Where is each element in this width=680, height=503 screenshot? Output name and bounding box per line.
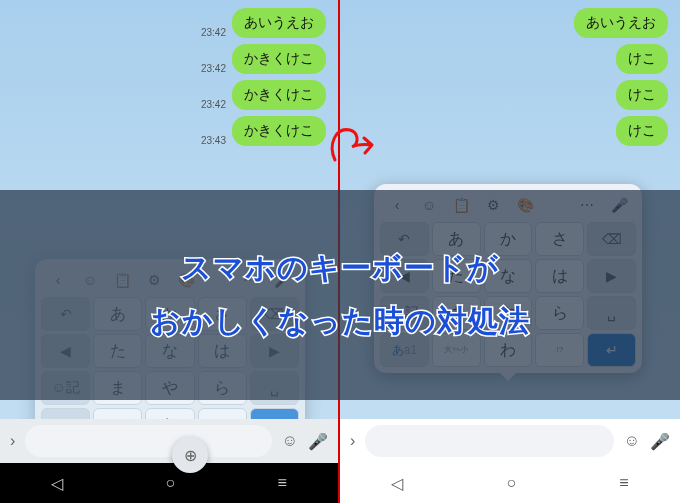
mic-icon[interactable]: 🎤 bbox=[308, 432, 328, 451]
nav-bar-left: ◁ ○ ≡ bbox=[0, 463, 338, 503]
timestamp: 23:43 bbox=[201, 135, 226, 146]
nav-home-icon[interactable]: ○ bbox=[506, 474, 516, 492]
nav-home-icon[interactable]: ○ bbox=[165, 474, 175, 492]
headline-line1: スマホのキーボードが bbox=[181, 248, 499, 289]
chat-message: 23:42かきくけこ bbox=[201, 44, 326, 74]
chat-message: けこ bbox=[616, 44, 668, 74]
keyboard-drag-handle-icon[interactable]: ⊕ bbox=[172, 437, 208, 473]
chat-message: あいうえお bbox=[574, 8, 668, 38]
nav-back-icon[interactable]: ◁ bbox=[51, 474, 63, 493]
bubble: けこ bbox=[616, 44, 668, 74]
bubble: あいうえお bbox=[574, 8, 668, 38]
text-input[interactable] bbox=[365, 425, 613, 457]
bubble: かきくけこ bbox=[232, 44, 326, 74]
timestamp: 23:42 bbox=[201, 99, 226, 110]
bubble: けこ bbox=[616, 80, 668, 110]
bubble: けこ bbox=[616, 116, 668, 146]
smile-icon[interactable]: ☺ bbox=[624, 432, 640, 450]
expand-icon[interactable]: › bbox=[350, 432, 355, 450]
timestamp: 23:42 bbox=[201, 27, 226, 38]
expand-icon[interactable]: › bbox=[10, 432, 15, 450]
chat-thread-right: あいうえお けこ けこ けこ bbox=[340, 0, 680, 146]
nav-recent-icon[interactable]: ≡ bbox=[277, 474, 286, 492]
timestamp: 23:42 bbox=[201, 63, 226, 74]
bubble: あいうえお bbox=[232, 8, 326, 38]
title-overlay: スマホのキーボードが おかしくなった時の対処法 bbox=[0, 190, 680, 400]
nav-recent-icon[interactable]: ≡ bbox=[619, 474, 628, 492]
chat-message: けこ bbox=[616, 116, 668, 146]
mic-icon[interactable]: 🎤 bbox=[650, 432, 670, 451]
bubble: かきくけこ bbox=[232, 116, 326, 146]
chat-message: けこ bbox=[616, 80, 668, 110]
input-bar-right: › ☺ 🎤 bbox=[340, 419, 680, 463]
input-bar-left: › ☺ 🎤 bbox=[0, 419, 338, 463]
headline-line2: おかしくなった時の対処法 bbox=[150, 301, 530, 342]
text-input[interactable] bbox=[25, 425, 271, 457]
nav-back-icon[interactable]: ◁ bbox=[391, 474, 403, 493]
nav-bar-right: ◁ ○ ≡ bbox=[340, 463, 680, 503]
bubble: かきくけこ bbox=[232, 80, 326, 110]
smile-icon[interactable]: ☺ bbox=[282, 432, 298, 450]
chat-message: 23:42あいうえお bbox=[201, 8, 326, 38]
chat-message: 23:43かきくけこ bbox=[201, 116, 326, 146]
chat-thread-left: 23:42あいうえお 23:42かきくけこ 23:42かきくけこ 23:43かき… bbox=[0, 0, 338, 146]
chat-message: 23:42かきくけこ bbox=[201, 80, 326, 110]
